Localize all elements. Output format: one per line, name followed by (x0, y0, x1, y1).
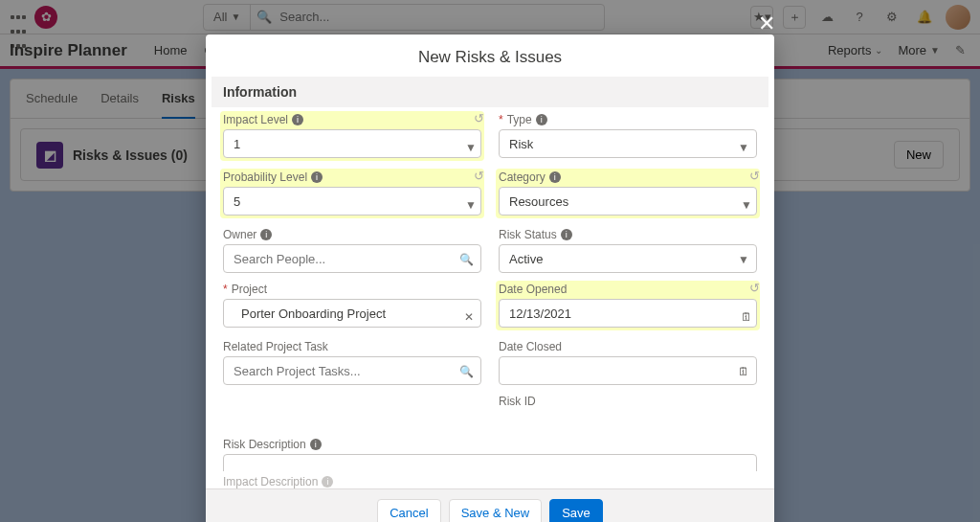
type-label: Type (507, 113, 532, 126)
field-risk-status: Risk Status i ▼ (499, 228, 757, 273)
undo-icon[interactable]: ↺ (749, 169, 760, 183)
impact-label: Impact Level (223, 113, 288, 126)
date-opened-label: Date Opened (499, 283, 567, 296)
probability-level-select[interactable] (223, 187, 481, 216)
info-icon[interactable]: i (549, 171, 561, 183)
category-label: Category (499, 170, 546, 184)
owner-lookup[interactable] (223, 244, 481, 273)
related-task-label: Related Project Task (223, 340, 328, 353)
field-category: Category i ↺ ▼ (496, 169, 760, 218)
field-owner: Owner i 🔍 (223, 228, 481, 273)
cancel-button[interactable]: Cancel (377, 499, 440, 522)
date-opened-input[interactable] (499, 299, 757, 328)
modal-title: New Risks & Issues (206, 34, 774, 77)
date-closed-label: Date Closed (499, 340, 562, 353)
modal-close-button[interactable]: ✕ (758, 11, 775, 36)
risk-status-select[interactable] (499, 244, 757, 273)
new-risk-modal: New Risks & Issues Information Impact Le… (206, 34, 774, 522)
risk-status-label: Risk Status (499, 228, 557, 241)
type-select[interactable] (499, 129, 757, 158)
risk-id-label: Risk ID (499, 395, 536, 408)
project-label: Project (232, 283, 267, 296)
info-icon[interactable]: i (292, 114, 303, 125)
info-icon[interactable]: i (310, 439, 322, 450)
info-icon: i (322, 476, 333, 488)
undo-icon[interactable]: ↺ (474, 111, 484, 125)
field-risk-id: Risk ID (499, 395, 757, 411)
info-icon[interactable]: i (536, 114, 547, 125)
section-information: Information (212, 77, 768, 107)
undo-icon[interactable]: ↺ (474, 169, 484, 183)
project-lookup[interactable] (223, 299, 481, 328)
info-icon[interactable]: i (561, 229, 572, 240)
owner-label: Owner (223, 228, 256, 241)
field-risk-description: Risk Description i (223, 438, 757, 471)
field-probability-level: Probability Level i ↺ ▼ (220, 169, 484, 218)
field-date-closed: Date Closed 🗓 (499, 340, 757, 385)
undo-icon[interactable]: ↺ (749, 281, 760, 295)
impact-level-select[interactable] (223, 129, 481, 158)
field-related-task: Related Project Task 🔍 (223, 340, 481, 385)
info-icon[interactable]: i (311, 171, 323, 183)
field-impact-level: Impact Level i ↺ ▼ (220, 111, 484, 161)
field-type: *Type i ▼ (499, 113, 757, 161)
field-date-opened: Date Opened ↺ 🗓 (496, 281, 760, 330)
category-select[interactable] (499, 187, 757, 216)
modal-footer: Cancel Save & New Save (206, 488, 774, 522)
related-task-lookup[interactable] (223, 356, 481, 385)
date-closed-input[interactable] (499, 356, 757, 385)
probability-label: Probability Level (223, 170, 307, 184)
save-and-new-button[interactable]: Save & New (449, 499, 543, 522)
save-button[interactable]: Save (549, 499, 603, 522)
field-project: *Project ✕ (223, 283, 481, 330)
risk-description-textarea[interactable] (223, 454, 757, 471)
field-impact-description-faded: Impact Description i (206, 475, 774, 488)
risk-desc-label: Risk Description (223, 438, 306, 451)
info-icon[interactable]: i (260, 229, 272, 240)
